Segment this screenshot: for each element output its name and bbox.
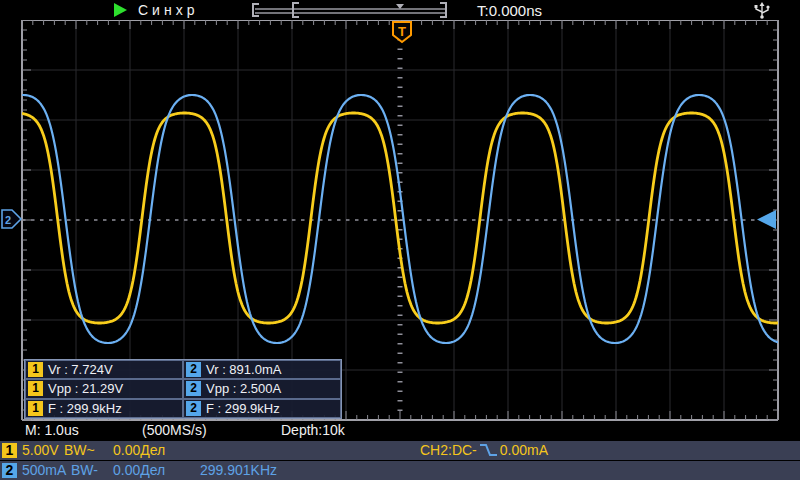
ch1-scale: 5.00V	[22, 442, 59, 458]
usb-icon	[755, 2, 770, 19]
ch2-marker-label: 2	[5, 214, 11, 226]
top-status-bar: Синхр T:0.000ns	[0, 0, 800, 20]
ch2-status-row[interactable]: 2 500mA BW- 0.00Дел 299.901KHz	[0, 461, 800, 480]
trigger-info[interactable]: CH2:DC- 0.00mA	[420, 442, 548, 458]
ch1-badge: 1	[28, 381, 43, 396]
measurement-value: Vpp : 2.500A	[206, 381, 281, 396]
ch2-offset: 0.00Дел	[113, 462, 165, 478]
measurement-ch2-vr: 2 Vr : 891.0mA	[183, 360, 341, 379]
ch2-frequency: 299.901KHz	[200, 462, 277, 478]
ch1-offset: 0.00Дел	[113, 442, 165, 458]
trigger-source: CH2:DC-	[420, 442, 477, 458]
sample-rate-readout: (500MS/s)	[142, 422, 207, 438]
trigger-time-readout: T:0.000ns	[477, 2, 542, 19]
ch1-badge: 1	[2, 443, 17, 458]
ch1-badge: 1	[28, 401, 43, 416]
measurement-ch1-vr: 1 Vr : 7.724V	[25, 360, 183, 379]
ch2-badge: 2	[186, 362, 201, 377]
window-right-bracket	[440, 3, 446, 17]
falling-edge-icon	[479, 442, 498, 458]
measurement-value: Vr : 891.0mA	[206, 362, 281, 377]
ch2-scale: 500mA	[22, 462, 66, 478]
trigger-status-label: Синхр	[138, 2, 198, 18]
trigger-level-arrow-icon[interactable]	[757, 210, 776, 229]
measurement-ch1-vpp: 1 Vpp : 21.29V	[25, 379, 183, 398]
trigger-position-pendant[interactable]: T	[393, 22, 411, 42]
ch2-coupling: BW-	[71, 462, 98, 478]
trigger-pendant-label: T	[398, 24, 406, 39]
horizontal-status-row: M: 1.0us (500MS/s) Depth:10k	[0, 421, 800, 440]
ch1-coupling: BW~	[64, 442, 95, 458]
measurement-value: F : 299.9kHz	[48, 401, 122, 416]
measurement-value: Vpp : 21.29V	[48, 381, 123, 396]
ch2-badge: 2	[186, 381, 201, 396]
memory-depth-readout: Depth:10k	[281, 422, 345, 438]
window-inner-bracket	[293, 3, 299, 17]
measurement-value: Vr : 7.724V	[48, 362, 113, 377]
ch2-position-marker[interactable]: 2	[2, 210, 21, 228]
measurement-value: F : 299.9kHz	[206, 401, 280, 416]
play-icon	[114, 3, 127, 17]
ch2-badge: 2	[2, 463, 17, 478]
timebase-readout[interactable]: M: 1.0us	[25, 422, 79, 438]
measurement-ch1-freq: 1 F : 299.9kHz	[25, 399, 183, 418]
measurement-ch2-vpp: 2 Vpp : 2.500A	[183, 379, 341, 398]
measurement-ch2-freq: 2 F : 299.9kHz	[183, 399, 341, 418]
measurement-panel[interactable]: 1 Vr : 7.724V 2 Vr : 891.0mA 1 Vpp : 21.…	[24, 359, 342, 419]
ch1-status-row[interactable]: 1 5.00V BW~ 0.00Дел CH2:DC- 0.00mA	[0, 441, 800, 460]
ch1-badge: 1	[28, 362, 43, 377]
window-left-bracket	[253, 4, 259, 16]
trigger-level: 0.00mA	[500, 442, 548, 458]
ch2-badge: 2	[186, 401, 201, 416]
